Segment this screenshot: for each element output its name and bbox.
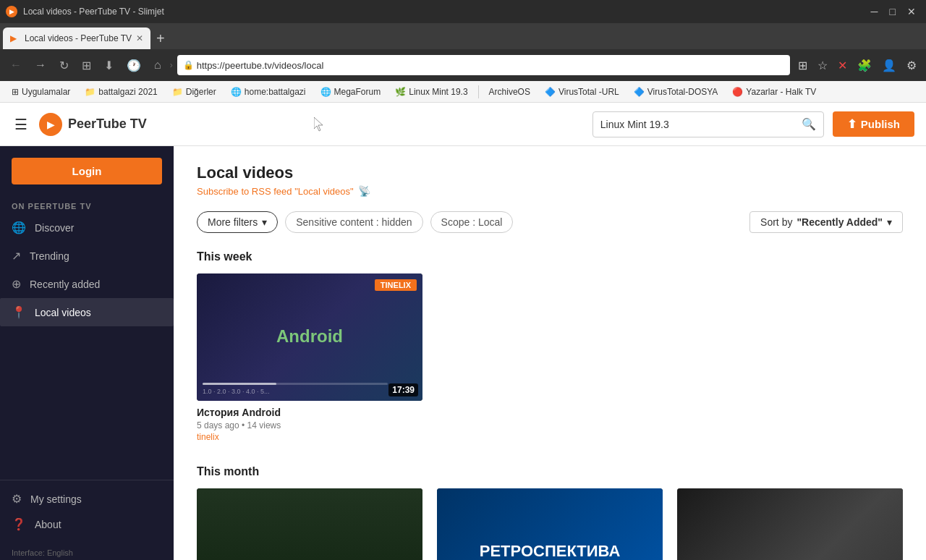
video-card-android[interactable]: История Android 1.0 · 2.0 · 3.0 · 4.0 · … (197, 273, 422, 442)
location-icon: 📍 (12, 305, 26, 319)
search-input[interactable] (600, 119, 796, 130)
timeline-labels: 1.0 · 2.0 · 3.0 · 4.0 · 5... (203, 388, 270, 395)
interface-label: Interface: English (12, 548, 162, 557)
bookmark-apps[interactable]: ⊞ Uygulamalar (6, 85, 76, 98)
logo-text: PeerTube TV (68, 116, 147, 132)
this-week-grid: История Android 1.0 · 2.0 · 3.0 · 4.0 · … (197, 273, 903, 442)
maximize-button[interactable]: □ (885, 6, 900, 17)
video-thumbnail-dark (197, 488, 422, 561)
sidebar-section-label: ON PEERTUBE TV (0, 196, 174, 213)
search-button[interactable]: 🔍 (802, 117, 816, 131)
bookmark-virustotal-dosya[interactable]: 🔷 VirusTotal-DOSYA (628, 85, 724, 98)
video-thumbnail-blue: РЕТРОСПЕКТИВА (437, 488, 663, 561)
bookmark-label: VirusTotal -URL (558, 87, 619, 97)
bookmark-home-battalgazi[interactable]: 🌐 home:battalgazi (225, 85, 312, 98)
virustotal-icon: 🔷 (634, 87, 645, 97)
window-controls: ─ □ ✕ (867, 6, 920, 17)
home-button[interactable]: ⌂ (150, 56, 166, 75)
sidebar-item-recently-added[interactable]: ⊕ Recently added (0, 270, 174, 298)
dark-thumbnail-bg (197, 488, 422, 561)
tab-label: Local videos - PeerTube TV (25, 33, 132, 43)
tab-close-button[interactable]: ✕ (136, 33, 143, 43)
bookmark-linux-mint[interactable]: 🌿 Linux Mint 19.3 (389, 85, 473, 98)
download-button[interactable]: ⬇ (100, 56, 118, 75)
section-title-this-week: This week (197, 250, 903, 263)
upload-icon: ⬆ (847, 117, 857, 131)
settings-icon: ⚙ (12, 492, 22, 506)
sidebar-item-discover[interactable]: 🌐 Discover (0, 213, 174, 242)
bookmark-label: home:battalgazi (245, 87, 306, 97)
app-body: Login ON PEERTUBE TV 🌐 Discover ↗ Trendi… (0, 146, 926, 560)
bookmark-yazarlar[interactable]: 🔴 Yazarlar - Halk TV (726, 85, 822, 98)
mint-icon: 🌿 (395, 87, 406, 97)
publish-label: Publish (861, 118, 900, 130)
back-button[interactable]: ← (6, 56, 26, 75)
new-tab-button[interactable]: + (150, 27, 171, 49)
bookmark-archiveos[interactable]: ArchiveOS (483, 85, 536, 98)
video-meta-android: 5 days ago • 14 views (197, 420, 422, 430)
bookmark-label: Diğerler (186, 87, 216, 97)
sidebar-footer: Interface: English Contact Help FAQ Stat… (0, 548, 174, 560)
sidebar-item-trending[interactable]: ↗ Trending (0, 242, 174, 270)
browser-titlebar: ▶ Local videos - PeerTube TV - Slimjet ─… (0, 0, 926, 23)
account-button[interactable]: 👤 (878, 56, 900, 75)
address-input-wrap[interactable]: 🔒 (177, 55, 790, 75)
bookmark-label: battalgazi 2021 (98, 87, 157, 97)
publish-button[interactable]: ⬆ Publish (833, 111, 914, 137)
bookmark-virustotal-url[interactable]: 🔷 VirusTotal -URL (539, 85, 625, 98)
sidebar-item-my-settings[interactable]: ⚙ My settings (12, 486, 162, 512)
forward-button[interactable]: → (30, 56, 51, 75)
folder-icon: 📁 (85, 87, 95, 97)
login-button[interactable]: Login (12, 158, 162, 184)
stop-button[interactable]: ✕ (834, 56, 851, 75)
video-channel-android: tinelix (197, 432, 422, 442)
history-button[interactable]: 🕐 (122, 56, 145, 75)
sidebar-item-local-videos[interactable]: 📍 Local videos (0, 298, 174, 326)
hamburger-button[interactable]: ☰ (12, 113, 30, 136)
video-thumbnail-android: История Android 1.0 · 2.0 · 3.0 · 4.0 · … (197, 273, 422, 401)
virustotal-icon: 🔷 (545, 87, 556, 97)
logo-area[interactable]: ▶ PeerTube TV (39, 113, 147, 136)
extensions-button[interactable]: ⊞ (77, 56, 95, 75)
address-input[interactable] (197, 60, 784, 71)
this-month-grid: РЕТРОСПЕКТИВА (197, 488, 903, 561)
rss-feed-link[interactable]: Subscribe to RSS feed "Local videos" (197, 186, 354, 197)
minimize-button[interactable]: ─ (867, 6, 883, 17)
rss-link: Subscribe to RSS feed "Local videos" 📡 (197, 185, 903, 197)
blue-thumbnail-bg: РЕТРОСПЕКТИВА (437, 488, 663, 561)
sidebar-item-about[interactable]: ❓ About (12, 512, 162, 537)
scope-button[interactable]: Scope : Local (430, 211, 514, 233)
page-title: Local videos (197, 164, 903, 182)
more-filters-button[interactable]: More filters ▾ (197, 211, 278, 233)
bookmark-label: Linux Mint 19.3 (409, 87, 467, 97)
sidebar-label-trending: Trending (30, 250, 69, 262)
search-box[interactable]: 🔍 (592, 111, 824, 137)
settings-button[interactable]: ⚙ (903, 56, 920, 75)
browser-title: Local videos - PeerTube TV - Slimjet (23, 7, 861, 17)
bookmark-digerler[interactable]: 📁 Diğerler (166, 85, 222, 98)
tab-bar: ▶ Local videos - PeerTube TV ✕ + (0, 23, 926, 49)
retro-text: РЕТРОСПЕКТИВА (480, 542, 621, 560)
bookmark-button[interactable]: ☆ (814, 56, 831, 75)
video-card-dark[interactable] (197, 488, 422, 561)
scope-label: Scope : Local (441, 216, 503, 228)
active-tab[interactable]: ▶ Local videos - PeerTube TV ✕ (3, 27, 150, 49)
grid-view-button[interactable]: ⊞ (794, 56, 811, 75)
video-card-people[interactable] (677, 488, 903, 561)
chevron-down-icon: ▾ (262, 216, 267, 228)
sidebar-label-local-videos: Local videos (35, 307, 91, 318)
reload-button[interactable]: ↻ (55, 56, 73, 75)
toolbar-icons: ⊞ ☆ ✕ 🧩 👤 ⚙ (794, 56, 920, 75)
video-card-blue[interactable]: РЕТРОСПЕКТИВА (437, 488, 663, 561)
bookmark-megaforum[interactable]: 🌐 MegaForum (315, 85, 387, 98)
sensitive-content-button[interactable]: Sensitive content : hidden (285, 211, 422, 233)
sort-by-value: "Recently Added" (797, 216, 883, 228)
app-header: ☰ ▶ PeerTube TV 🔍 ⬆ Publish (0, 103, 926, 146)
extension-button[interactable]: 🧩 (854, 56, 875, 75)
close-button[interactable]: ✕ (903, 6, 920, 17)
tab-favicon: ▶ (10, 33, 20, 43)
sidebar-label-recently-added: Recently added (30, 279, 100, 290)
sort-by-button[interactable]: Sort by "Recently Added" ▾ (749, 211, 903, 233)
globe-icon: 🌐 (320, 87, 331, 97)
bookmark-battalgazi[interactable]: 📁 battalgazi 2021 (79, 85, 163, 98)
